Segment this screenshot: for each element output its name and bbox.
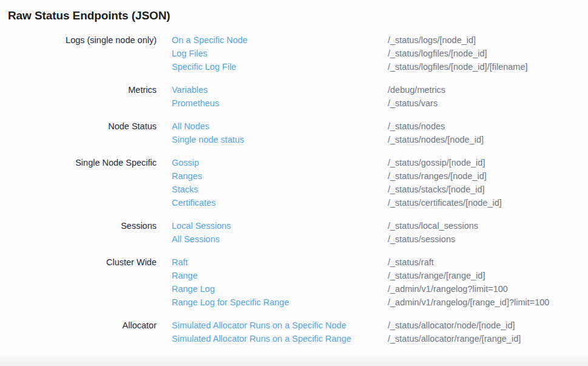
endpoint-path: /_status/ranges/[node_id]: [388, 169, 487, 183]
endpoint-path: /_status/logs/[node_id]: [388, 33, 476, 47]
group-rows: Raft /_status/raft Range /_status/range/…: [172, 256, 549, 309]
endpoint-group: Sessions Local Sessions /_status/local_s…: [8, 219, 588, 246]
debug-page: { "page": { "title": "Raw Status Endpoin…: [0, 0, 588, 366]
endpoint-row: Gossip /_status/gossip/[node_id]: [172, 156, 502, 169]
endpoint-link[interactable]: All Sessions: [172, 232, 373, 246]
group-rows: Local Sessions /_status/local_sessions A…: [172, 219, 478, 246]
category-label: Single Node Specific: [8, 156, 157, 209]
endpoint-row: Prometheus /_status/vars: [172, 97, 445, 110]
category-label: Cluster Wide: [8, 256, 157, 309]
endpoint-path: /_status/range/[range_id]: [388, 269, 485, 282]
endpoint-row: Simulated Allocator Runs on a Specific N…: [172, 319, 521, 332]
endpoint-path: /_status/logfiles/[node_id]: [388, 47, 487, 60]
endpoint-link[interactable]: All Nodes: [172, 120, 373, 133]
endpoint-row: Simulated Allocator Runs on a Specific R…: [172, 332, 521, 345]
endpoint-path: /_status/stacks/[node_id]: [388, 183, 485, 196]
endpoint-path: /_status/nodes/[node_id]: [388, 133, 484, 146]
endpoint-path: /_status/certificates/[node_id]: [388, 196, 502, 209]
endpoint-link[interactable]: Prometheus: [172, 97, 373, 110]
endpoint-row: All Nodes /_status/nodes: [172, 120, 484, 133]
endpoint-link[interactable]: Stacks: [172, 183, 373, 196]
endpoint-link[interactable]: Simulated Allocator Runs on a Specific R…: [172, 332, 373, 345]
endpoint-group: Cluster Wide Raft /_status/raft Range /_…: [8, 256, 588, 309]
endpoint-group: Node Status All Nodes /_status/nodes Sin…: [8, 120, 588, 146]
category-label: Logs (single node only): [8, 33, 157, 73]
endpoint-row: Range /_status/range/[range_id]: [172, 269, 549, 282]
endpoint-row: Local Sessions /_status/local_sessions: [172, 219, 478, 232]
endpoint-row: Specific Log File /_status/logfiles/[nod…: [172, 60, 528, 73]
endpoint-path: /_status/allocator/range/[range_id]: [388, 332, 521, 345]
endpoint-row: Range Log for Specific Range /_admin/v1/…: [172, 296, 549, 309]
endpoint-link[interactable]: Gossip: [172, 156, 373, 169]
group-rows: Simulated Allocator Runs on a Specific N…: [172, 319, 521, 345]
endpoint-row: Raft /_status/raft: [172, 256, 549, 269]
endpoints-table: Logs (single node only) On a Specific No…: [8, 33, 588, 345]
endpoint-path: /_status/raft: [388, 256, 434, 269]
endpoint-path: /debug/metrics: [388, 83, 445, 97]
endpoint-row: Ranges /_status/ranges/[node_id]: [172, 169, 502, 183]
endpoint-row: On a Specific Node /_status/logs/[node_i…: [172, 33, 528, 47]
endpoint-path: /_status/allocator/node/[node_id]: [388, 319, 515, 332]
category-label: Sessions: [8, 219, 157, 246]
endpoint-link[interactable]: Specific Log File: [172, 60, 373, 73]
endpoint-group: Logs (single node only) On a Specific No…: [8, 33, 588, 73]
endpoint-path: /_status/sessions: [388, 232, 455, 246]
endpoint-row: Range Log /_admin/v1/rangelog?limit=100: [172, 282, 549, 296]
endpoint-path: /_status/gossip/[node_id]: [388, 156, 485, 169]
endpoint-link[interactable]: Range Log for Specific Range: [172, 296, 373, 309]
endpoint-link[interactable]: Certificates: [172, 196, 373, 209]
endpoint-row: Single node status /_status/nodes/[node_…: [172, 133, 484, 146]
page-bottom-edge: [0, 356, 588, 366]
category-label: Allocator: [8, 319, 157, 345]
endpoint-link[interactable]: Simulated Allocator Runs on a Specific N…: [172, 319, 373, 332]
endpoint-link[interactable]: Ranges: [172, 169, 373, 183]
group-rows: On a Specific Node /_status/logs/[node_i…: [172, 33, 528, 73]
endpoint-link[interactable]: Single node status: [172, 133, 373, 146]
category-label: Node Status: [8, 120, 157, 146]
endpoint-row: Certificates /_status/certificates/[node…: [172, 196, 502, 209]
group-rows: Variables /debug/metrics Prometheus /_st…: [172, 83, 445, 110]
endpoint-link[interactable]: Range Log: [172, 282, 373, 296]
endpoint-path: /_admin/v1/rangelog?limit=100: [388, 282, 508, 296]
endpoint-link[interactable]: Variables: [172, 83, 373, 97]
endpoint-row: Stacks /_status/stacks/[node_id]: [172, 183, 502, 196]
endpoint-group: Metrics Variables /debug/metrics Prometh…: [8, 83, 588, 110]
endpoint-row: All Sessions /_status/sessions: [172, 232, 478, 246]
endpoint-link[interactable]: Range: [172, 269, 373, 282]
endpoint-path: /_status/local_sessions: [388, 219, 478, 232]
endpoint-group: Single Node Specific Gossip /_status/gos…: [8, 156, 588, 209]
endpoint-path: /_admin/v1/rangelog/[range_id]?limit=100: [388, 296, 549, 309]
page-title: Raw Status Endpoints (JSON): [8, 7, 588, 24]
endpoint-path: /_status/nodes: [388, 120, 445, 133]
endpoint-path: /_status/vars: [388, 97, 438, 110]
endpoint-link[interactable]: On a Specific Node: [172, 33, 373, 47]
endpoint-group: Allocator Simulated Allocator Runs on a …: [8, 319, 588, 345]
endpoint-link[interactable]: Log Files: [172, 47, 373, 60]
endpoint-row: Log Files /_status/logfiles/[node_id]: [172, 47, 528, 60]
endpoint-path: /_status/logfiles/[node_id]/[filename]: [388, 60, 528, 73]
group-rows: All Nodes /_status/nodes Single node sta…: [172, 120, 484, 146]
endpoint-link[interactable]: Raft: [172, 256, 373, 269]
endpoint-row: Variables /debug/metrics: [172, 83, 445, 97]
group-rows: Gossip /_status/gossip/[node_id] Ranges …: [172, 156, 502, 209]
endpoint-link[interactable]: Local Sessions: [172, 219, 373, 232]
category-label: Metrics: [8, 83, 157, 110]
